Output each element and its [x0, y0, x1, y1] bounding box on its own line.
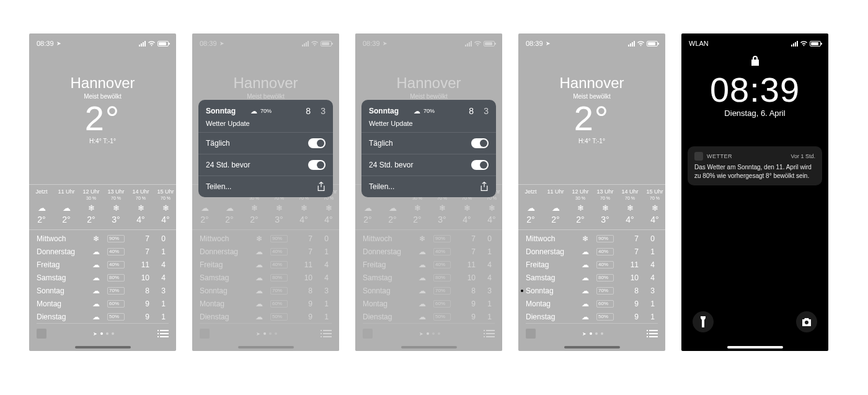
day-low: 1	[639, 300, 655, 308]
snow-icon: ❄	[642, 203, 665, 212]
toggle-daily[interactable]	[308, 138, 326, 148]
day-row[interactable]: Sonntag☁70%83	[363, 284, 495, 297]
day-high: 9	[125, 313, 149, 321]
lock-time: 08:39	[681, 69, 828, 110]
day-high: 9	[614, 313, 639, 321]
day-row[interactable]: Sonntag☁70%83	[37, 284, 169, 297]
day-row[interactable]: Freitag☁40%114	[363, 258, 495, 271]
toggle-24h[interactable]	[308, 160, 326, 170]
cloud-icon: ☁	[411, 247, 433, 256]
hourly-forecast[interactable]: Jetzt☁2°11 Uhr☁2°12 Uhr30 %❄2°13 Uhr70 %…	[29, 184, 176, 230]
lock-date: Dienstag, 6. April	[681, 109, 828, 118]
cloud-icon: ☁	[85, 247, 107, 256]
day-high: 9	[451, 313, 476, 321]
popup-day-row[interactable]: Sonntag ☁ 70% 8 3	[198, 100, 333, 118]
day-pct: 40%	[270, 248, 288, 255]
hour-pct: 70 %	[104, 196, 128, 201]
day-name: Samstag	[363, 273, 411, 282]
day-name: Donnerstag	[37, 247, 85, 256]
day-low: 4	[312, 273, 329, 282]
page-dots[interactable]: ➤	[582, 331, 603, 337]
hour-label: 14 Uhr	[128, 189, 153, 195]
day-name: Donnerstag	[200, 247, 248, 256]
weather-provider-icon[interactable]	[526, 329, 536, 339]
day-name: Freitag	[363, 260, 411, 269]
day-row[interactable]: Freitag☁40%114	[200, 258, 332, 271]
hour-temp: 2°	[543, 215, 568, 224]
weather-provider-icon[interactable]	[37, 329, 46, 339]
context-menu-popup: Sonntag ☁ 70% 8 3 Wetter Update Täglich …	[198, 100, 333, 197]
day-row[interactable]: Montag☁60%91	[526, 297, 658, 310]
hour-temp: 4°	[618, 215, 642, 224]
carrier-label: WLAN	[689, 40, 709, 47]
hour-cell: 14 Uhr70 %❄4°	[618, 185, 642, 229]
hour-pct: 70 %	[618, 196, 642, 201]
day-pct: 40%	[596, 248, 614, 255]
day-row[interactable]: Donnerstag☁40%71	[363, 245, 495, 258]
notification-card[interactable]: WETTER Vor 1 Std. Das Wetter am Sonntag,…	[688, 146, 822, 185]
day-name: Donnerstag	[526, 247, 574, 256]
day-row[interactable]: Dienstag☁50%91	[526, 310, 658, 323]
list-icon[interactable]	[160, 330, 169, 337]
flashlight-button[interactable]	[693, 311, 714, 332]
day-row[interactable]: Sonntag☁70%83	[526, 284, 658, 297]
hour-temp: 2°	[217, 215, 242, 224]
day-pct: 40%	[107, 261, 125, 269]
snow-icon: ❄	[411, 234, 433, 243]
day-high: 9	[451, 300, 476, 308]
day-row[interactable]: Donnerstag☁40%71	[526, 245, 658, 258]
day-row[interactable]: Dienstag☁50%91	[200, 310, 332, 323]
day-row[interactable]: Dienstag☁50%91	[37, 310, 169, 323]
day-pct: 70%	[107, 287, 125, 295]
day-row[interactable]: Mittwoch❄90%70	[200, 232, 332, 245]
app-icon	[694, 152, 703, 161]
day-row[interactable]: Freitag☁40%114	[526, 258, 658, 271]
wifi-icon	[148, 40, 156, 47]
day-row[interactable]: Samstag☁80%104	[200, 271, 332, 284]
day-row[interactable]: Donnerstag☁40%71	[37, 245, 169, 258]
day-row[interactable]: Samstag☁80%104	[363, 271, 495, 284]
day-row[interactable]: Montag☁60%91	[37, 297, 169, 310]
day-pct: 90%	[433, 235, 451, 242]
day-high: 11	[288, 260, 312, 269]
home-indicator[interactable]	[727, 346, 783, 348]
snow-icon: ❄	[79, 203, 104, 212]
day-row[interactable]: Donnerstag☁40%71	[200, 245, 332, 258]
popup-row-share[interactable]: Teilen...	[198, 175, 333, 197]
list-icon[interactable]	[649, 330, 658, 337]
camera-button[interactable]	[796, 311, 817, 332]
cloud-icon: ☁	[518, 203, 543, 212]
day-row[interactable]: Mittwoch❄90%70	[363, 232, 495, 245]
day-row[interactable]: Samstag☁80%104	[526, 271, 658, 284]
toggle-24h[interactable]	[471, 160, 489, 170]
day-row[interactable]: Mittwoch❄90%70	[526, 232, 658, 245]
popup-row-24h[interactable]: 24 Std. bevor	[198, 154, 333, 175]
day-low: 4	[639, 273, 655, 282]
day-high: 7	[614, 234, 639, 243]
day-pct: 50%	[270, 313, 288, 321]
cloud-icon: ☁	[248, 247, 270, 256]
city-header: Hannover Meist bewölkt 2° H:4° T:-1°	[29, 74, 176, 144]
home-indicator[interactable]	[75, 346, 131, 348]
hour-label: 13 Uhr	[593, 189, 618, 195]
popup-row-daily[interactable]: Täglich	[198, 132, 333, 154]
day-row[interactable]: Dienstag☁50%91	[363, 310, 495, 323]
day-row[interactable]: Sonntag☁70%83	[200, 284, 332, 297]
day-row[interactable]: Mittwoch❄90%70	[37, 232, 169, 245]
day-high: 10	[451, 273, 476, 282]
page-dots[interactable]: ➤	[93, 331, 114, 337]
day-low: 1	[149, 247, 166, 256]
day-low: 4	[476, 273, 492, 282]
snow-icon: ❄	[574, 234, 596, 243]
cellular-icon	[139, 41, 146, 47]
hour-cell: 12 Uhr30 %❄2°	[79, 185, 104, 229]
daily-forecast[interactable]: Mittwoch❄90%70Donnerstag☁40%71Freitag☁40…	[37, 232, 169, 323]
day-row[interactable]: Montag☁60%91	[363, 297, 495, 310]
hour-temp: 2°	[54, 215, 79, 224]
day-row[interactable]: Montag☁60%91	[200, 297, 332, 310]
toggle-daily[interactable]	[471, 138, 489, 148]
lock-icon	[750, 55, 760, 67]
day-pct: 50%	[433, 313, 451, 321]
day-row[interactable]: Samstag☁80%104	[37, 271, 169, 284]
day-row[interactable]: Freitag☁40%114	[37, 258, 169, 271]
